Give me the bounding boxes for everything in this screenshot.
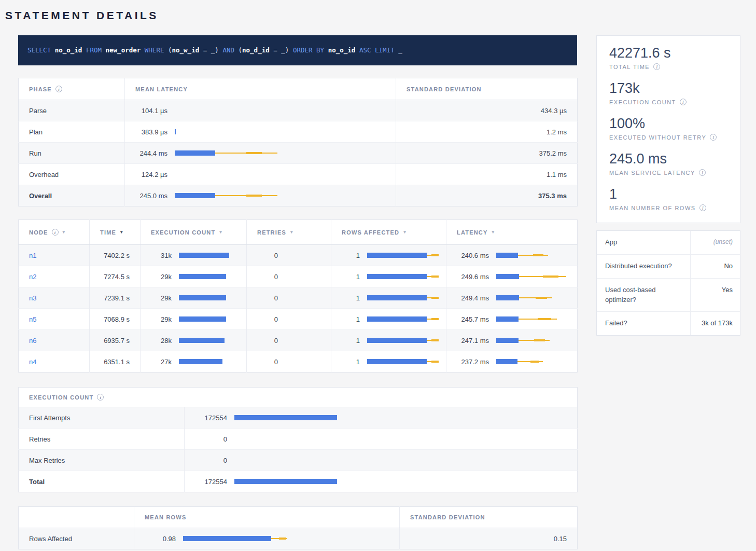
phase-name-cell: Overall	[19, 185, 125, 206]
info-icon[interactable]: i	[699, 204, 706, 211]
info-icon[interactable]: i	[699, 169, 706, 176]
node-cell: n4	[19, 351, 90, 373]
cell-value: 0	[257, 315, 278, 323]
blank-column-header	[19, 507, 134, 528]
sort-icon[interactable]: ▾	[219, 230, 222, 235]
stat-value: 245.0 ms	[609, 150, 727, 168]
cell-value: 244.4 ms	[135, 149, 167, 157]
exec-row-label: Max Retries	[29, 457, 65, 464]
info-icon[interactable]: i	[52, 229, 59, 236]
node-link[interactable]: n5	[29, 315, 36, 323]
sql-token: )	[285, 46, 289, 54]
stddev-marker	[431, 318, 439, 320]
node-cell: n1	[19, 245, 90, 266]
bar-chart	[179, 252, 236, 258]
bar-chart	[367, 252, 436, 258]
node-cell: n6	[19, 330, 90, 351]
info-icon[interactable]: i	[680, 99, 687, 105]
rows-affected-header-row: MEAN ROWS STANDARD DEVIATION	[19, 507, 578, 528]
sort-icon-active[interactable]: ▾	[120, 230, 123, 235]
cell-value: 383.9 µs	[135, 128, 167, 136]
stat-label: EXECUTED WITHOUT RETRYi	[609, 134, 727, 141]
node-link[interactable]: n6	[29, 337, 36, 345]
summary-stat: 173kEXECUTION COUNTi	[609, 79, 727, 105]
bar-chart	[367, 359, 436, 365]
info-icon[interactable]: i	[55, 86, 62, 92]
sql-token: WHERE	[145, 46, 164, 54]
info-icon[interactable]: i	[710, 134, 717, 141]
sql-token: _	[281, 46, 285, 54]
sort-icon[interactable]: ▾	[492, 230, 495, 235]
cell-content: 0.98	[145, 528, 389, 549]
exec-row-label: First Attempts	[29, 414, 70, 422]
cell-value: 1	[342, 273, 360, 281]
retries-cell: 0	[247, 351, 331, 373]
stddev-value: 434.3 µs	[396, 100, 578, 121]
phase-name-cell: Plan	[19, 121, 125, 143]
sql-token: _	[398, 46, 402, 54]
mean-bar	[367, 359, 427, 364]
info-icon[interactable]: i	[653, 63, 660, 70]
cell-value: 124.2 µs	[135, 171, 167, 178]
cell-content: 240.6 ms	[457, 245, 567, 266]
summary-stat: 100%EXECUTED WITHOUT RETRYi	[609, 115, 727, 141]
time-value: 7239.1 s	[90, 287, 141, 309]
cell-value: 0	[257, 252, 278, 259]
execution-count-cell: 29k	[141, 287, 247, 309]
sort-icon[interactable]: ▾	[403, 230, 407, 235]
cell-content: 0	[257, 330, 320, 351]
detail-label: Distributed execution?	[597, 255, 690, 278]
node-table-header-row: NODE i ▾ TIME ▾	[19, 220, 578, 245]
sort-icon[interactable]: ▾	[290, 230, 293, 235]
cell-value: 1	[342, 337, 360, 345]
detail-row: Used cost-based optimizer?Yes	[597, 278, 740, 312]
exec-label-cell: First Attempts	[19, 407, 185, 429]
node-link[interactable]: n4	[29, 358, 36, 366]
rows-affected-cell: 1	[331, 245, 446, 266]
execution-count-column-header[interactable]: EXECUTION COUNT ▾	[141, 220, 247, 245]
execution-count-cell: 27k	[141, 351, 247, 373]
rows-affected-cell: 1	[331, 287, 446, 309]
cell-value: 237.2 ms	[457, 358, 489, 366]
stddev-marker	[431, 339, 439, 341]
rows-affected-column-label: ROWS AFFECTED	[342, 229, 399, 236]
execution-count-row: Retries0	[19, 429, 578, 450]
stat-label-text: EXECUTION COUNT	[609, 99, 676, 105]
cell-content: 172554	[195, 407, 567, 428]
cell-content: 244.4 ms	[135, 143, 385, 163]
sort-icon[interactable]: ▾	[63, 230, 66, 235]
info-icon[interactable]: i	[97, 394, 104, 401]
page-title: STATEMENT DETAILS	[5, 9, 740, 22]
mean-bar	[183, 536, 271, 541]
cell-content: 1	[342, 351, 436, 372]
latency-column-header[interactable]: LATENCY ▾	[446, 220, 578, 245]
time-value: 7402.2 s	[90, 245, 141, 266]
node-link[interactable]: n1	[29, 252, 36, 259]
bar-chart	[234, 415, 567, 421]
detail-value: 3k of 173k	[690, 312, 740, 335]
cell-content: 245.0 ms	[135, 185, 385, 206]
retries-column-header[interactable]: RETRIES ▾	[247, 220, 331, 245]
latency-cell: 240.6 ms	[446, 245, 578, 266]
rows-affected-column-header[interactable]: ROWS AFFECTED ▾	[331, 220, 446, 245]
bar-chart	[179, 316, 236, 322]
bar-chart	[175, 129, 385, 135]
cell-value: 249.6 ms	[457, 273, 489, 281]
bar-chart	[179, 359, 236, 365]
bar-chart	[175, 171, 385, 177]
time-column-header[interactable]: TIME ▾	[90, 220, 141, 245]
execution-count-cell: 28k	[141, 330, 247, 351]
node-link[interactable]: n3	[29, 294, 36, 302]
rows-label-cell: Rows Affected	[19, 528, 134, 549]
exec-value-cell: 0	[185, 450, 578, 471]
stat-label-text: MEAN SERVICE LATENCY	[609, 170, 695, 176]
bar-chart	[496, 295, 567, 301]
cell-value: 172554	[195, 478, 227, 486]
node-column-header[interactable]: NODE i ▾	[19, 220, 90, 245]
detail-row: Failed?3k of 173k	[597, 311, 740, 335]
node-link[interactable]: n2	[29, 273, 36, 281]
bar-chart	[179, 273, 236, 280]
bar-chart	[367, 273, 436, 280]
node-column-label: NODE	[29, 229, 48, 236]
cell-content: 1	[342, 266, 436, 287]
